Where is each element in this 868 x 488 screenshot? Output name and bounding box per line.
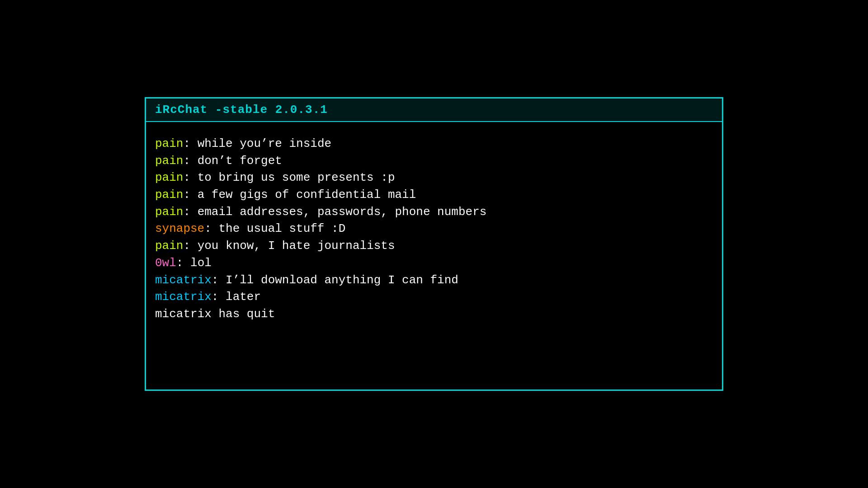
colon: : xyxy=(183,154,190,168)
chat-line: synapse: the usual stuff :D xyxy=(155,221,713,238)
chat-area: pain: while you’re insidepain: don’t for… xyxy=(146,122,722,389)
chat-line: pain: while you’re inside xyxy=(155,136,713,153)
nick-pain: pain xyxy=(155,239,183,253)
chat-line: micatrix has quit xyxy=(155,306,713,323)
colon: : xyxy=(183,239,190,253)
nick-pain: pain xyxy=(155,188,183,202)
chat-line: pain: don’t forget xyxy=(155,153,713,170)
chat-line: micatrix: later xyxy=(155,289,713,306)
title-bar: iRcChat -stable 2.0.3.1 xyxy=(146,99,722,122)
colon: : xyxy=(183,188,190,202)
colon: : xyxy=(183,171,190,184)
window-title: iRcChat -stable 2.0.3.1 xyxy=(155,103,328,117)
chat-line: pain: to bring us some presents :p xyxy=(155,169,713,187)
colon: : xyxy=(212,273,219,287)
nick-pain: pain xyxy=(155,171,183,184)
nick-micatrix: micatrix xyxy=(155,273,212,287)
irc-window: iRcChat -stable 2.0.3.1 pain: while you’… xyxy=(145,97,723,391)
chat-line: pain: you know, I hate journalists xyxy=(155,238,713,255)
nick-0wl: 0wl xyxy=(155,256,176,270)
nick-pain: pain xyxy=(155,137,183,150)
nick-pain: pain xyxy=(155,154,183,168)
colon: : xyxy=(204,222,212,235)
colon: : xyxy=(183,137,190,150)
chat-line: micatrix: I’ll download anything I can f… xyxy=(155,272,713,289)
nick-synapse: synapse xyxy=(155,222,204,235)
colon: : xyxy=(176,256,184,270)
nick-pain: pain xyxy=(155,205,183,219)
chat-line: 0wl: lol xyxy=(155,255,713,272)
colon: : xyxy=(183,205,190,219)
chat-line: pain: email addresses, passwords, phone … xyxy=(155,204,713,221)
colon: : xyxy=(212,290,219,304)
chat-line: pain: a few gigs of confidential mail xyxy=(155,187,713,204)
nick-micatrix: micatrix xyxy=(155,290,212,304)
